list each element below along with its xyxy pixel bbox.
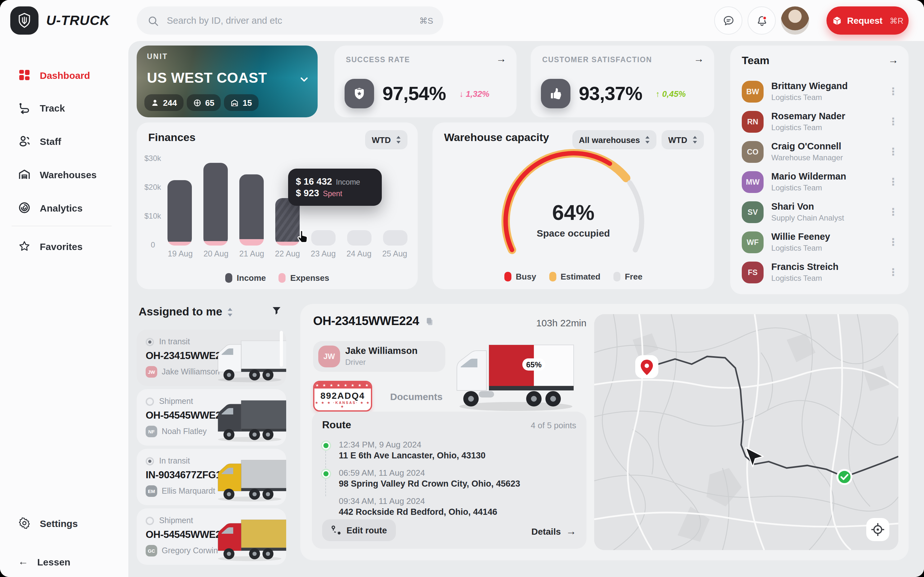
app-logo[interactable] bbox=[10, 6, 39, 35]
member-avatar: MW bbox=[742, 171, 764, 193]
sidebar-item-analytics[interactable]: Analytics bbox=[0, 198, 128, 218]
collapse-label: Lessen bbox=[37, 556, 70, 567]
sidebar-item-settings[interactable]: Settings bbox=[0, 514, 128, 533]
documents-link[interactable]: Documents bbox=[390, 391, 443, 402]
kebab-menu-icon[interactable]: ⋮ bbox=[888, 236, 898, 249]
status-ring-icon bbox=[145, 397, 154, 406]
legend-income: Income bbox=[225, 273, 266, 283]
stop-address: 98 Spring Valley Rd Crown City, Ohio, 45… bbox=[339, 479, 520, 488]
search-icon bbox=[147, 15, 159, 27]
warehouse-icon bbox=[230, 98, 239, 107]
sidebar-item-label: Staff bbox=[40, 135, 61, 147]
finance-bar[interactable] bbox=[168, 158, 192, 245]
shipment-status: In transit bbox=[145, 456, 190, 466]
completed-stop-icon[interactable] bbox=[837, 470, 851, 484]
select-chevrons-icon bbox=[692, 136, 698, 143]
sidebar-item-warehouses[interactable]: Warehouses bbox=[0, 165, 128, 184]
kebab-menu-icon[interactable]: ⋮ bbox=[888, 176, 898, 189]
finance-bar[interactable] bbox=[383, 158, 407, 245]
open-arrow-icon[interactable]: → bbox=[496, 53, 506, 65]
unit-card[interactable]: UNIT US WEST COAST 244 bbox=[137, 45, 318, 117]
shipment-driver: GC Gregory Corwin bbox=[145, 545, 218, 556]
badge-icon-tile bbox=[344, 79, 374, 108]
filter-icon[interactable] bbox=[271, 305, 282, 317]
x-tick: 22 Aug bbox=[270, 250, 305, 258]
sidebar-item-label: Track bbox=[40, 102, 65, 113]
team-member-row[interactable]: RN Rosemary Nader Logistics Team ⋮ bbox=[742, 108, 898, 138]
sidebar-collapse[interactable]: ← Lessen bbox=[0, 552, 128, 571]
user-avatar[interactable] bbox=[781, 6, 809, 35]
x-tick: 21 Aug bbox=[234, 250, 270, 258]
team-member-row[interactable]: CO Craig O'Connell Warehouse Manager ⋮ bbox=[742, 138, 898, 168]
status-ring-icon bbox=[145, 516, 154, 525]
locate-button[interactable] bbox=[866, 518, 889, 541]
list-scrollbar[interactable] bbox=[280, 331, 283, 367]
driver-chip[interactable]: JW Jake Williamson Driver bbox=[313, 341, 445, 372]
dashboard-grid-icon bbox=[18, 69, 31, 81]
sidebar-item-label: Favorites bbox=[40, 241, 82, 251]
assigned-shipment-card[interactable]: Shipment OH-54545WWE224 NF Noah Flatley bbox=[137, 389, 286, 446]
capacity-value: 64% bbox=[433, 201, 714, 225]
notifications-button[interactable] bbox=[748, 6, 776, 35]
team-open-arrow-icon[interactable]: → bbox=[888, 55, 898, 66]
finance-bar[interactable] bbox=[239, 158, 264, 245]
team-member-row[interactable]: BW Brittany Wiegand Logistics Team ⋮ bbox=[742, 77, 898, 108]
top-bar: U-TRUCK ⌘S bbox=[0, 0, 924, 41]
member-avatar: SV bbox=[742, 201, 764, 223]
kebab-menu-icon[interactable]: ⋮ bbox=[888, 85, 898, 98]
x-tick: 20 Aug bbox=[198, 250, 234, 258]
plate-state: ★ ★ ★ ·KANSAS· ★ ★ ★ bbox=[314, 401, 371, 408]
kebab-menu-icon[interactable]: ⋮ bbox=[888, 115, 898, 128]
request-button[interactable]: Request ⌘R bbox=[827, 6, 909, 35]
shield-logo-icon bbox=[17, 13, 31, 28]
route-map[interactable] bbox=[594, 314, 898, 550]
finances-title: Finances bbox=[148, 131, 195, 144]
messages-button[interactable] bbox=[714, 6, 742, 35]
member-name: Brittany Wiegand bbox=[771, 81, 848, 91]
assigned-shipment-card[interactable]: Shipment OH-54545WWE224 GC Gregory Corwi… bbox=[137, 508, 286, 565]
sidebar-item-track[interactable]: Track bbox=[0, 98, 128, 117]
main-content: UNIT US WEST COAST 244 bbox=[128, 41, 924, 577]
team-member-row[interactable]: WF Willie Feeney Logistics Team ⋮ bbox=[742, 228, 898, 258]
finances-range-select[interactable]: WTD bbox=[365, 130, 407, 149]
kebab-menu-icon[interactable]: ⋮ bbox=[888, 266, 898, 279]
member-name: Rosemary Nader bbox=[771, 111, 845, 121]
star-icon bbox=[18, 240, 31, 253]
brand-name: U-TRUCK bbox=[46, 13, 110, 28]
team-member-row[interactable]: FS Francis Streich Logistics Team ⋮ bbox=[742, 258, 898, 288]
wheel-icon bbox=[193, 98, 201, 107]
finance-bar[interactable] bbox=[204, 158, 228, 245]
unit-vehicles-chip: 65 bbox=[186, 94, 221, 111]
route-details-link[interactable]: Details → bbox=[531, 526, 576, 537]
kpi-value: 97,54% bbox=[383, 83, 446, 105]
sidebar-item-favorites[interactable]: Favorites bbox=[0, 237, 128, 256]
assigned-shipment-card[interactable]: In transit OH-23415WWE224 JW Jake Willia… bbox=[137, 330, 286, 386]
chevron-down-icon[interactable] bbox=[298, 74, 310, 85]
kebab-menu-icon[interactable]: ⋮ bbox=[888, 145, 898, 158]
stop-time: 12:34 PM, 9 Aug 2024 bbox=[339, 440, 421, 450]
copy-icon[interactable] bbox=[425, 316, 435, 327]
assigned-shipment-card[interactable]: In transit IN-9034677ZFG154 EM Ellis Mar… bbox=[137, 449, 286, 505]
warehouse-capacity-card: Warehouse capacity All warehouses WTD bbox=[433, 122, 714, 289]
unit-kicker: UNIT bbox=[147, 53, 168, 60]
kebab-menu-icon[interactable]: ⋮ bbox=[888, 206, 898, 219]
team-member-row[interactable]: MW Mario Wilderman Logistics Team ⋮ bbox=[742, 168, 898, 198]
sidebar-item-dashboard[interactable]: Dashboard bbox=[0, 65, 128, 85]
y-tick: $20k bbox=[144, 183, 161, 192]
search-bar[interactable]: ⌘S bbox=[137, 6, 443, 35]
sort-icon[interactable] bbox=[228, 308, 233, 316]
edit-route-button[interactable]: Edit route bbox=[322, 519, 396, 541]
member-avatar: BW bbox=[742, 81, 764, 103]
member-role: Warehouse Manager bbox=[771, 153, 843, 162]
team-member-row[interactable]: SV Shari Von Supply Chain Analyst ⋮ bbox=[742, 198, 898, 228]
chat-icon bbox=[722, 14, 735, 27]
open-arrow-icon[interactable]: → bbox=[694, 53, 704, 65]
search-shortcut: ⌘S bbox=[419, 16, 433, 25]
finances-dates: 19 Aug20 Aug21 Aug22 Aug23 Aug24 Aug25 A… bbox=[162, 250, 413, 258]
search-input[interactable] bbox=[166, 15, 413, 26]
assigned-title: Assigned to me bbox=[139, 305, 222, 319]
customer-satisfaction-card: CUSTOMER SATISFACTION → 93,37% ↑ 0,45% bbox=[531, 45, 714, 117]
sidebar: Dashboard Track Staff Warehouses bbox=[0, 41, 128, 577]
origin-pin-icon[interactable] bbox=[635, 355, 658, 378]
sidebar-item-staff[interactable]: Staff bbox=[0, 131, 128, 151]
